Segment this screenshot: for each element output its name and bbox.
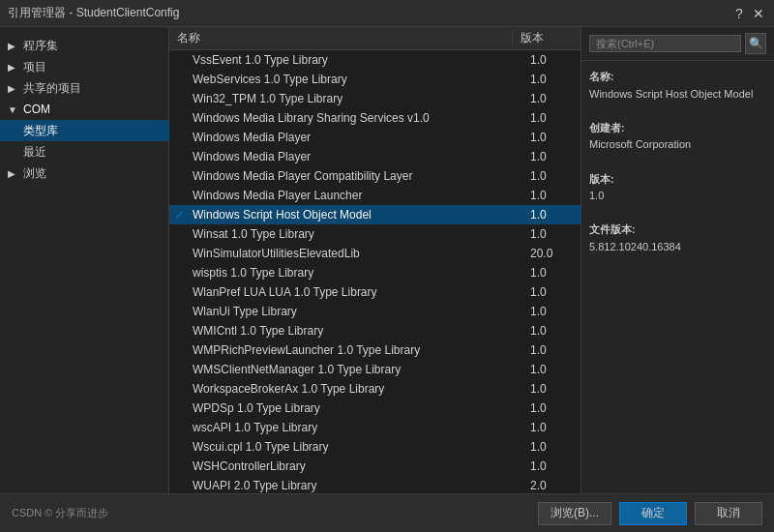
row-name: WSHControllerLibrary [189, 459, 522, 473]
row-version: 1.0 [522, 92, 580, 105]
close-button[interactable]: ✕ [751, 6, 766, 21]
table-body[interactable]: VssEvent 1.0 Type Library 1.0 WebService… [169, 50, 580, 493]
table-row[interactable]: ✓ Windows Script Host Object Model 1.0 [169, 205, 580, 224]
row-version: 1.0 [522, 459, 580, 473]
row-version: 1.0 [522, 73, 580, 86]
row-version: 1.0 [522, 189, 580, 202]
title-bar: 引用管理器 - StudentClientConfig ? ✕ [0, 0, 774, 27]
help-button[interactable]: ? [731, 6, 747, 21]
sidebar-item-recent[interactable]: 最近 [0, 141, 168, 163]
info-content: 名称: Windows Script Host Object Model 创建者… [581, 61, 774, 264]
sidebar-item-typelib[interactable]: 类型库 [0, 120, 168, 141]
expand-arrow-browse [8, 168, 23, 179]
sidebar-item-project[interactable]: 项目 [0, 56, 168, 77]
table-row[interactable]: WlanPref LUA LUA 1.0 Type Library 1.0 [169, 282, 580, 302]
table-row[interactable]: WlanUi Type Library 1.0 [169, 302, 580, 321]
sidebar-label-com: COM [23, 103, 50, 116]
table-row[interactable]: Windows Media Player Launcher 1.0 [169, 186, 580, 205]
row-version: 1.0 [522, 305, 580, 318]
row-version: 1.0 [522, 285, 580, 299]
row-version: 1.0 [522, 401, 580, 415]
sidebar-item-browse[interactable]: 浏览 [0, 163, 168, 184]
row-name: wisptis 1.0 Type Library [189, 266, 522, 280]
row-checkbox: ✓ [169, 209, 189, 222]
value-author: Microsoft Corporation [589, 138, 691, 150]
value-name: Windows Script Host Object Model [589, 88, 753, 100]
row-name: WlanPref LUA LUA 1.0 Type Library [189, 285, 522, 299]
sidebar-label-shared: 共享的项目 [23, 80, 81, 97]
table-row[interactable]: Wscui.cpl 1.0 Type Library 1.0 [169, 437, 580, 457]
table-row[interactable]: WMPRichPreviewLauncher 1.0 Type Library … [169, 340, 580, 360]
row-name: WMSClientNetManager 1.0 Type Library [189, 363, 522, 376]
search-button[interactable]: 🔍 [745, 33, 766, 54]
table-row[interactable]: WSHControllerLibrary 1.0 [169, 457, 580, 476]
row-version: 1.0 [522, 382, 580, 396]
sidebar-item-com[interactable]: COM [0, 99, 168, 120]
sidebar-label-project: 项目 [23, 59, 46, 75]
row-name: WlanUi Type Library [189, 305, 522, 318]
table-row[interactable]: Windows Media Player Compatibility Layer… [169, 166, 580, 186]
value-version: 1.0 [589, 190, 604, 201]
expand-arrow-com [8, 104, 23, 115]
row-version: 1.0 [522, 343, 580, 357]
search-bar: 🔍 [581, 27, 774, 61]
expand-arrow-project [8, 62, 23, 73]
row-name: Winsat 1.0 Type Library [189, 227, 522, 241]
browse-button[interactable]: 浏览(B)... [538, 502, 611, 525]
sidebar-label-browse: 浏览 [23, 165, 46, 182]
table-row[interactable]: WebServices 1.0 Type Library 1.0 [169, 70, 580, 89]
table-row[interactable]: Winsat 1.0 Type Library 1.0 [169, 224, 580, 244]
table-row[interactable]: Win32_TPM 1.0 Type Library 1.0 [169, 89, 580, 108]
cancel-button[interactable]: 取消 [695, 502, 762, 525]
row-name: WMPRichPreviewLauncher 1.0 Type Library [189, 343, 522, 357]
table-row[interactable]: Windows Media Player 1.0 [169, 128, 580, 147]
table-header: 名称 版本 [169, 27, 580, 50]
sidebar-label-typelib: 类型库 [23, 123, 58, 139]
table-row[interactable]: Windows Media Library Sharing Services v… [169, 108, 580, 128]
row-version: 1.0 [522, 421, 580, 434]
sidebar-item-assemblies[interactable]: 程序集 [0, 35, 168, 56]
row-name: WorkspaceBrokerAx 1.0 Type Library [189, 382, 522, 396]
row-name: WUAPI 2.0 Type Library [189, 479, 522, 492]
expand-arrow-assemblies [8, 41, 23, 51]
col-header-name: 名称 [169, 30, 513, 46]
row-version: 1.0 [522, 169, 580, 183]
content-area: 名称 版本 VssEvent 1.0 Type Library 1.0 WebS… [169, 27, 580, 493]
label-name: 名称: [589, 71, 614, 82]
sidebar-item-shared[interactable]: 共享的项目 [0, 77, 168, 99]
row-name: Windows Media Player Launcher [189, 189, 522, 202]
ok-button[interactable]: 确定 [619, 502, 687, 525]
table-row[interactable]: WMSClientNetManager 1.0 Type Library 1.0 [169, 360, 580, 379]
row-name: Windows Media Library Sharing Services v… [189, 111, 522, 125]
table-row[interactable]: WorkspaceBrokerAx 1.0 Type Library 1.0 [169, 379, 580, 399]
footer-copyright: CSDN © 分享而进步 [12, 506, 530, 520]
table-row[interactable]: WUAPI 2.0 Type Library 2.0 [169, 476, 580, 493]
row-name: Windows Media Player [189, 131, 522, 144]
table-row[interactable]: wscAPI 1.0 Type Library 1.0 [169, 418, 580, 437]
label-file-version: 文件版本: [589, 223, 636, 235]
table-row[interactable]: WinSimulatorUtilitiesElevatedLib 20.0 [169, 244, 580, 263]
row-version: 1.0 [522, 150, 580, 163]
sidebar-label-assemblies: 程序集 [23, 38, 58, 54]
row-version: 1.0 [522, 111, 580, 125]
table-row[interactable]: wisptis 1.0 Type Library 1.0 [169, 263, 580, 282]
search-input[interactable] [589, 35, 741, 52]
row-version: 1.0 [522, 53, 580, 67]
row-version: 20.0 [522, 247, 580, 260]
row-version: 1.0 [522, 131, 580, 144]
row-name: Windows Media Player Compatibility Layer [189, 169, 522, 183]
table-row[interactable]: VssEvent 1.0 Type Library 1.0 [169, 50, 580, 70]
row-name: WPDSp 1.0 Type Library [189, 401, 522, 415]
table-row[interactable]: WMICntl 1.0 Type Library 1.0 [169, 321, 580, 340]
row-name: WebServices 1.0 Type Library [189, 73, 522, 86]
title-text: 引用管理器 - StudentClientConfig [8, 5, 179, 21]
sidebar: 程序集 项目 共享的项目 COM 类型库 最近 [0, 27, 169, 493]
dialog-body: 程序集 项目 共享的项目 COM 类型库 最近 [0, 27, 774, 493]
table-row[interactable]: Windows Media Player 1.0 [169, 147, 580, 166]
row-name: WMICntl 1.0 Type Library [189, 324, 522, 338]
table-row[interactable]: WPDSp 1.0 Type Library 1.0 [169, 399, 580, 418]
row-name: VssEvent 1.0 Type Library [189, 53, 522, 67]
row-name: Windows Media Player [189, 150, 522, 163]
value-file-version: 5.812.10240.16384 [589, 241, 681, 252]
row-version: 1.0 [522, 440, 580, 454]
